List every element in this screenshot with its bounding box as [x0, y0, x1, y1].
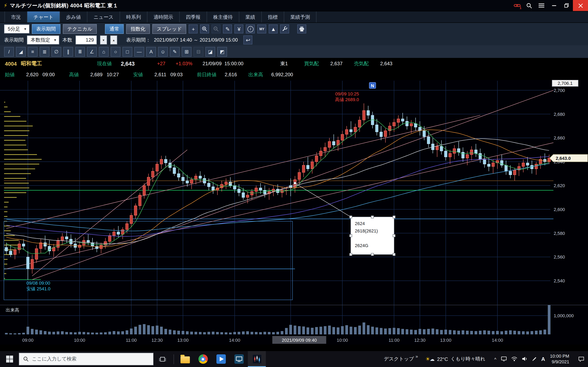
close-button[interactable] — [573, 0, 588, 11]
my-chart-button[interactable]: MY — [258, 25, 267, 33]
action-center-button[interactable] — [574, 351, 588, 367]
link-icon[interactable]: 1 — [511, 0, 523, 11]
period-mode-select[interactable]: 本数指定▼ — [27, 35, 59, 44]
svg-text:09/09 10:25: 09/09 10:25 — [335, 91, 359, 96]
desktop-toolbar[interactable]: デスクトップ » — [384, 356, 418, 363]
triangle-tool[interactable]: ◢ — [16, 47, 26, 57]
price-change-pct: +1.03% — [176, 61, 192, 67]
svg-text:10:00: 10:00 — [337, 338, 348, 343]
horizontal-lines-tool[interactable]: ≡ — [28, 47, 38, 57]
search-icon[interactable] — [523, 0, 535, 11]
window-title: マルチツール(個別銘柄) 4004 昭和電工 東１ — [10, 2, 118, 9]
angle-line-tool[interactable]: ∠ — [87, 47, 97, 57]
vertical-lines-tool[interactable]: Ⅲ — [75, 47, 85, 57]
technical-button[interactable]: テクニカル — [63, 24, 97, 34]
yen-button[interactable]: ¥ — [234, 25, 243, 33]
svg-text:2,660: 2,660 — [554, 135, 565, 141]
horizontal-line-tool[interactable]: ― — [134, 47, 144, 57]
low-label: 安値 — [133, 71, 143, 78]
media-app-button[interactable] — [212, 351, 230, 367]
trading-app-button[interactable] — [248, 351, 266, 367]
trendline-tool[interactable]: / — [4, 47, 14, 57]
tab-指標[interactable]: 指標 — [262, 11, 284, 23]
print-button[interactable] — [297, 25, 306, 33]
duplicate-tool[interactable]: ⊟ — [194, 47, 203, 57]
restore-button[interactable] — [560, 0, 573, 11]
settings-wrench-button[interactable] — [280, 25, 289, 33]
count-up-button[interactable]: ▲ — [110, 35, 117, 44]
zoom-in-button[interactable] — [200, 25, 209, 33]
area-chart-button[interactable]: ▲ — [269, 25, 278, 33]
pen-icon[interactable] — [532, 355, 537, 363]
svg-text:2,700: 2,700 — [554, 88, 565, 93]
normal-mode-button[interactable]: 通常 — [105, 24, 124, 34]
tab-四季報[interactable]: 四季報 — [180, 11, 207, 23]
parallel-lines-tool[interactable]: ∥ — [63, 47, 73, 57]
tab-業績[interactable]: 業績 — [239, 11, 262, 23]
tab-ニュース[interactable]: ニュース — [87, 11, 120, 23]
ime-mode-indicator[interactable]: A — [541, 356, 545, 362]
minimize-button[interactable] — [548, 0, 560, 11]
price-chart[interactable]: N09/09 10:25高値 2689.009/08 09:00安値 2541.… — [0, 80, 588, 345]
polygon-tool[interactable]: ⌂ — [99, 47, 109, 57]
current-price: 2,643 — [121, 60, 135, 67]
draw-pencil-button[interactable]: ✎ — [223, 25, 232, 33]
zoom-out-button[interactable] — [212, 25, 221, 33]
grid-lines-tool[interactable]: ≣ — [40, 47, 49, 57]
count-down-button[interactable]: ▼ — [100, 35, 107, 44]
bar-count-input[interactable]: 129 — [76, 35, 97, 44]
menu-icon[interactable] — [535, 0, 548, 11]
tab-時系列[interactable]: 時系列 — [120, 11, 147, 23]
tab-歩み値[interactable]: 歩み値 — [60, 11, 87, 23]
eraser-tool[interactable]: ◪ — [205, 47, 215, 57]
info-button[interactable]: i — [246, 25, 255, 33]
weather-widget[interactable]: ☀☁ 22°C くもり時々晴れ — [425, 356, 485, 363]
svg-text:2624: 2624 — [355, 221, 365, 226]
tab-市況[interactable]: 市況 — [4, 11, 27, 23]
interval-select[interactable]: 5分足▼ — [4, 25, 29, 33]
tab-適時開示[interactable]: 適時開示 — [147, 11, 180, 23]
svg-text:14:00: 14:00 — [229, 338, 240, 343]
icon-stamp-tool[interactable]: ☺ — [158, 47, 168, 57]
copy-tool[interactable]: ⊞ — [182, 47, 191, 57]
text-tool[interactable]: A — [146, 47, 156, 57]
ellipse-tool[interactable]: ○ — [111, 47, 121, 57]
svg-text:12:30: 12:30 — [151, 338, 163, 343]
crosshair-button[interactable]: + — [189, 25, 198, 33]
low-price: 2,611 — [154, 72, 166, 77]
reset-period-button[interactable]: ↩ — [243, 35, 252, 44]
file-explorer-button[interactable] — [176, 351, 194, 367]
wifi-icon[interactable] — [511, 355, 517, 363]
taskbar-search-input[interactable]: ここに入力して検索 — [19, 353, 154, 365]
clear-all-tool[interactable]: ◩ — [217, 47, 227, 57]
app-bolt-icon: ⚡ — [4, 2, 7, 8]
task-view-button[interactable] — [154, 351, 172, 367]
prev-close-label: 前日終値 — [197, 71, 217, 78]
open-label: 始値 — [5, 71, 15, 78]
svg-text:09:00: 09:00 — [22, 338, 34, 343]
start-button[interactable] — [0, 351, 19, 367]
indexed-mode-button[interactable]: 指数化 — [126, 24, 150, 34]
period-label: 表示期間 — [4, 36, 24, 43]
low-time: 09:03 — [171, 72, 183, 77]
price-change: +27 — [157, 61, 165, 67]
svg-text:2,580: 2,580 — [554, 231, 565, 236]
play-app-icon — [216, 354, 226, 364]
high-price: 2,689 — [90, 72, 103, 77]
remote-desktop-button[interactable] — [230, 351, 248, 367]
tray-expand-icon[interactable]: ^ — [494, 357, 496, 361]
taskbar-clock[interactable]: 10:00 PM 9/9/2021 — [550, 354, 569, 365]
tab-株主優待[interactable]: 株主優待 — [207, 11, 239, 23]
rectangle-tool[interactable]: □ — [122, 47, 132, 57]
gauge-tool[interactable]: ∅ — [52, 47, 61, 57]
tab-業績予測[interactable]: 業績予測 — [284, 11, 316, 23]
freehand-tool[interactable]: ✎ — [170, 47, 180, 57]
monitor-icon[interactable] — [501, 355, 507, 363]
svg-text:1,000,000: 1,000,000 — [554, 313, 574, 318]
tab-チャート[interactable]: チャート — [27, 11, 60, 23]
spread-mode-button[interactable]: スプレッド — [152, 24, 186, 34]
period-button[interactable]: 表示期間 — [32, 24, 60, 34]
chrome-button[interactable] — [194, 351, 212, 367]
svg-text:2021/09/09 09:40: 2021/09/09 09:40 — [282, 338, 317, 343]
volume-icon[interactable] — [522, 355, 527, 363]
